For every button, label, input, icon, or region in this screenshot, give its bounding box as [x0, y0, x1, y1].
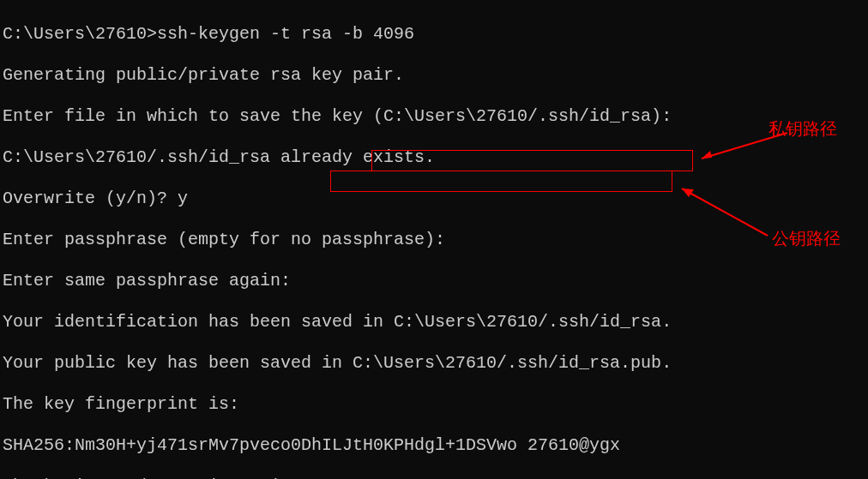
terminal-line: C:\Users\27610>ssh-keygen -t rsa -b 4096 [3, 24, 865, 45]
terminal-line: Enter passphrase (empty for no passphras… [3, 230, 865, 250]
terminal-line: SHA256:Nm30H+yj471srMv7pveco0DhILJtH0KPH… [3, 435, 865, 456]
terminal-line: Your identification has been saved in C:… [3, 312, 865, 332]
terminal-output: C:\Users\27610>ssh-keygen -t rsa -b 4096… [0, 0, 868, 479]
terminal-line: Enter file in which to save the key (C:\… [3, 106, 865, 127]
terminal-line: Generating public/private rsa key pair. [3, 65, 865, 86]
terminal-line: C:\Users\27610/.ssh/id_rsa already exist… [3, 147, 865, 168]
terminal-line: Enter same passphrase again: [3, 271, 865, 291]
terminal-line: Overwrite (y/n)? y [3, 189, 865, 209]
terminal-line: Your public key has been saved in C:\Use… [3, 353, 865, 374]
terminal-line: The key fingerprint is: [3, 394, 865, 415]
